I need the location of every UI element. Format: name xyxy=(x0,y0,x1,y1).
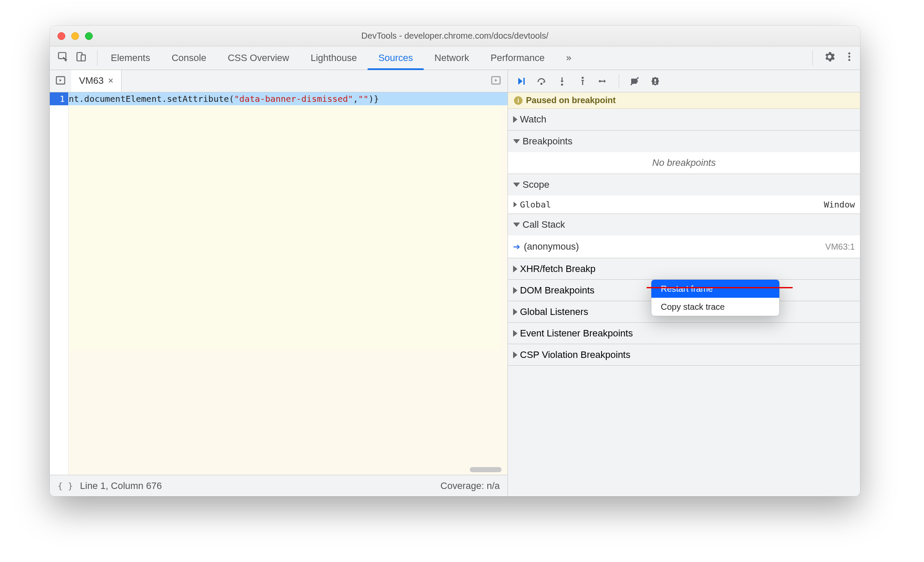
chevron-right-icon xyxy=(513,351,517,358)
svg-rect-8 xyxy=(523,78,525,85)
chevron-down-icon xyxy=(513,183,520,187)
watch-label: Watch xyxy=(520,114,547,125)
svg-rect-15 xyxy=(654,82,656,84)
settings-icon[interactable] xyxy=(823,50,836,66)
tab-css-overview[interactable]: CSS Overview xyxy=(217,46,300,70)
file-tab-vm63[interactable]: VM63 × xyxy=(71,70,122,92)
scope-header[interactable]: Scope xyxy=(508,174,860,195)
tab-lighthouse[interactable]: Lighthouse xyxy=(300,46,368,70)
step-icon[interactable] xyxy=(598,76,608,86)
divider xyxy=(97,50,97,66)
chevron-right-icon xyxy=(513,116,517,123)
code-text[interactable]: nt.documentElement.setAttribute("data-ba… xyxy=(69,92,508,475)
context-menu-copy-stack-trace[interactable]: Copy stack trace xyxy=(651,298,779,316)
more-icon[interactable] xyxy=(844,51,855,65)
chevron-right-icon xyxy=(514,202,517,208)
chevron-down-icon xyxy=(513,223,520,227)
event-listener-label: Event Listener Breakpoints xyxy=(520,328,633,339)
section-watch: Watch xyxy=(508,109,860,131)
coverage-status: Coverage: n/a xyxy=(441,480,500,492)
scope-global-value: Window xyxy=(824,199,855,210)
tab-sources[interactable]: Sources xyxy=(368,46,424,70)
annotation-strikethrough xyxy=(647,287,793,288)
callstack-frame-location: VM63:1 xyxy=(825,242,855,252)
cursor-position: Line 1, Column 676 xyxy=(80,480,162,492)
callstack-frame-name: (anonymous) xyxy=(524,241,579,252)
deactivate-breakpoints-icon[interactable] xyxy=(629,76,640,86)
svg-point-10 xyxy=(561,83,563,86)
code-editor[interactable]: 1 nt.documentElement.setAttribute("data-… xyxy=(50,92,508,475)
device-toolbar-icon[interactable] xyxy=(76,51,87,65)
tabs-overflow-icon[interactable]: » xyxy=(556,46,582,70)
toggle-navigator-icon[interactable] xyxy=(55,75,66,88)
svg-point-3 xyxy=(848,52,851,55)
scope-global-row[interactable]: Global Window xyxy=(508,195,860,214)
window-titlebar: DevTools - developer.chrome.com/docs/dev… xyxy=(50,26,860,46)
dom-label: DOM Breakpoints xyxy=(520,285,595,296)
callstack-label: Call Stack xyxy=(523,219,565,230)
section-event-listener-breakpoints[interactable]: Event Listener Breakpoints xyxy=(508,323,860,344)
sidebar-filler xyxy=(508,366,860,496)
line-number: 1 xyxy=(50,92,68,105)
svg-point-5 xyxy=(848,59,851,61)
tab-network[interactable]: Network xyxy=(424,46,480,70)
scope-global-label: Global xyxy=(520,199,551,210)
callstack-frame[interactable]: ➔ (anonymous) VM63:1 xyxy=(508,235,860,258)
file-tab-row: VM63 × xyxy=(50,70,508,92)
tab-console[interactable]: Console xyxy=(161,46,217,70)
step-into-icon[interactable] xyxy=(557,76,567,86)
breakpoints-header[interactable]: Breakpoints xyxy=(508,131,860,152)
paused-text: Paused on breakpoint xyxy=(526,95,616,105)
svg-point-9 xyxy=(541,82,543,85)
svg-rect-0 xyxy=(58,52,66,58)
resume-icon[interactable] xyxy=(516,76,526,86)
chevron-right-icon xyxy=(513,266,517,272)
info-icon: i xyxy=(514,96,523,105)
callstack-header[interactable]: Call Stack xyxy=(508,214,860,235)
step-out-icon[interactable] xyxy=(578,76,588,86)
section-xhr-breakpoints[interactable]: XHR/fetch Breakp xyxy=(508,258,860,280)
divider xyxy=(812,50,813,66)
svg-rect-14 xyxy=(654,79,656,82)
panel-tabs: Elements Console CSS Overview Lighthouse… xyxy=(100,46,582,70)
devtools-tabbar: Elements Console CSS Overview Lighthouse… xyxy=(50,46,860,70)
scope-label: Scope xyxy=(523,179,549,190)
tab-performance[interactable]: Performance xyxy=(480,46,556,70)
section-csp-breakpoints[interactable]: CSP Violation Breakpoints xyxy=(508,344,860,366)
window-title: DevTools - developer.chrome.com/docs/dev… xyxy=(50,31,860,41)
chevron-down-icon xyxy=(513,139,520,144)
svg-point-12 xyxy=(599,80,601,82)
chevron-right-icon xyxy=(513,308,517,315)
global-listeners-label: Global Listeners xyxy=(520,306,588,318)
inspect-icon[interactable] xyxy=(58,51,69,65)
no-breakpoints-text: No breakpoints xyxy=(508,152,860,174)
horizontal-scrollbar[interactable] xyxy=(470,467,502,472)
section-breakpoints: Breakpoints No breakpoints xyxy=(508,131,860,174)
svg-point-4 xyxy=(848,56,851,58)
csp-label: CSP Violation Breakpoints xyxy=(520,349,630,360)
chevron-right-icon xyxy=(513,330,517,337)
chevron-right-icon xyxy=(513,287,517,294)
xhr-label: XHR/fetch Breakp xyxy=(520,263,596,275)
run-snippet-icon[interactable] xyxy=(484,75,508,88)
step-over-icon[interactable] xyxy=(536,76,547,86)
close-tab-icon[interactable]: × xyxy=(108,75,113,86)
editor-statusbar: { } Line 1, Column 676 Coverage: n/a xyxy=(50,475,508,496)
section-callstack: Call Stack ➔ (anonymous) VM63:1 xyxy=(508,214,860,258)
execution-highlight xyxy=(69,105,502,350)
pretty-print-icon[interactable]: { } xyxy=(58,481,80,491)
watch-header[interactable]: Watch xyxy=(508,109,860,130)
debugger-toolbar xyxy=(508,70,860,92)
context-menu-restart-frame[interactable]: Restart frame xyxy=(651,280,779,298)
devtools-window: DevTools - developer.chrome.com/docs/dev… xyxy=(50,26,860,496)
pause-on-exceptions-icon[interactable] xyxy=(650,76,660,86)
file-tab-label: VM63 xyxy=(79,75,103,86)
paused-banner: i Paused on breakpoint xyxy=(508,92,860,109)
current-frame-arrow-icon: ➔ xyxy=(513,241,520,252)
tab-elements[interactable]: Elements xyxy=(100,46,161,70)
line-gutter: 1 xyxy=(50,92,69,475)
section-scope: Scope Global Window xyxy=(508,174,860,214)
svg-point-11 xyxy=(582,76,584,79)
code-line-1: nt.documentElement.setAttribute("data-ba… xyxy=(69,92,508,105)
context-menu: Restart frame Copy stack trace xyxy=(651,279,780,316)
